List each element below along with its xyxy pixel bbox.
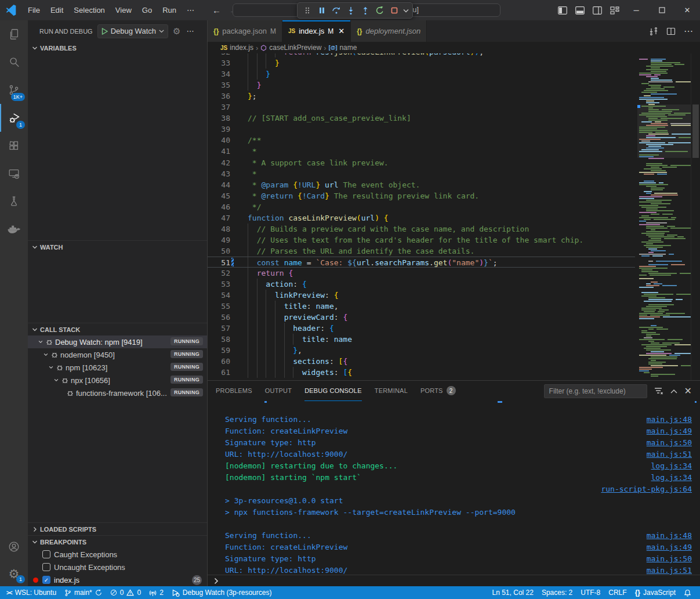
close-panel-icon[interactable]: ✕ [684, 385, 692, 396]
line-number[interactable]: 43 [208, 168, 230, 179]
line-number[interactable]: 48 [208, 223, 230, 234]
code-line-41[interactable]: 41 * [208, 146, 635, 157]
panel-tab-problems[interactable]: PROBLEMS [216, 381, 252, 401]
code-line-32[interactable]: 32 return res.json(caseLinkPreview(parse… [208, 53, 635, 57]
code-line-52[interactable]: 52 return { [208, 268, 635, 279]
debug-config-dropdown[interactable]: Debug Watch [97, 24, 168, 38]
docker-icon[interactable] [0, 215, 28, 243]
step-over-icon[interactable] [329, 3, 343, 17]
breadcrumb-item-name[interactable]: [@]name [329, 44, 357, 52]
code-line-39[interactable]: 39 [208, 124, 635, 135]
chevron-down-icon[interactable] [53, 377, 59, 383]
breakpoint-checkbox[interactable]: ✓ [42, 576, 50, 584]
debug-session-chevron-icon[interactable] [401, 3, 410, 17]
line-number[interactable]: 37 [208, 102, 230, 113]
code-line-59[interactable]: 59 }, [208, 345, 635, 356]
close-tab-icon[interactable]: ✕ [338, 27, 344, 35]
breakpoint-row[interactable]: Caught Exceptions [28, 548, 207, 561]
menu-more[interactable]: ⋯ [182, 3, 200, 17]
debug-settings-gear-icon[interactable]: ⚙ [173, 27, 180, 35]
code-line-57[interactable]: 57 header: { [208, 323, 635, 334]
panel-tab-output[interactable]: OUTPUT [265, 381, 292, 401]
maximize-panel-icon[interactable] [670, 389, 677, 394]
open-changes-icon[interactable] [649, 27, 658, 36]
panel-tab-terminal[interactable]: TERMINAL [375, 381, 408, 401]
call-stack-row[interactable]: npx [10656] RUNNING [28, 374, 207, 387]
code-line-45[interactable]: 45 * @return {!Card} The resulting previ… [208, 190, 635, 201]
line-number[interactable]: 57 [208, 323, 230, 334]
line-number[interactable]: 47 [208, 212, 230, 223]
breadcrumb-item-index.js[interactable]: JSindex.js [220, 44, 253, 52]
filter-icon[interactable] [654, 387, 663, 395]
console-source-link[interactable]: main.js:51 [647, 565, 692, 575]
toolbar-drag-handle[interactable] [300, 3, 314, 17]
code-line-47[interactable]: 47 function caseLinkPreview(url) { [208, 212, 635, 223]
line-number[interactable]: 40 [208, 135, 230, 146]
breadcrumb-item-caseLinkPreview[interactable]: caseLinkPreview [260, 44, 321, 52]
console-source-link[interactable]: main.js:51 [647, 449, 692, 460]
code-line-58[interactable]: 58 title: name [208, 334, 635, 345]
code-line-44[interactable]: 44 * @param {!URL} url The event object. [208, 179, 635, 190]
code-editor[interactable]: 32 return res.json(caseLinkPreview(parse… [208, 53, 700, 380]
menu-go[interactable]: Go [137, 3, 157, 17]
debug-console-input[interactable] [208, 575, 700, 586]
line-number[interactable]: 50 [208, 246, 230, 257]
line-number[interactable]: 34 [208, 68, 230, 80]
customize-layout-icon[interactable] [606, 0, 623, 20]
tab-package.json[interactable]: {} package.json M [208, 20, 282, 42]
toggle-sidebar-icon[interactable] [554, 0, 571, 20]
call-stack-row[interactable]: nodemon [9450] RUNNING [28, 348, 207, 361]
line-number[interactable]: 32 [208, 53, 230, 57]
notifications-bell-icon[interactable] [680, 586, 695, 599]
ports-item[interactable]: 2 [145, 586, 168, 599]
panel-tab-ports[interactable]: PORTS 2 [420, 381, 456, 401]
breakpoint-row[interactable]: ✓ index.js 25 [28, 573, 207, 586]
editor-more-actions-icon[interactable]: ⋯ [684, 26, 693, 37]
minimap[interactable] [637, 53, 691, 380]
step-into-icon[interactable] [343, 3, 358, 17]
section-watch[interactable]: WATCH [28, 240, 207, 253]
close-window-icon[interactable]: ✕ [674, 0, 700, 20]
call-stack-row[interactable]: functions-framework [106... RUNNING [28, 387, 207, 399]
split-editor-icon[interactable] [666, 27, 676, 36]
encoding-item[interactable]: UTF-8 [576, 586, 604, 599]
explorer-icon[interactable] [0, 20, 28, 48]
section-loaded-scripts[interactable]: LOADED SCRIPTS [28, 522, 207, 535]
panel-tab-debug-console[interactable]: DEBUG CONSOLE [304, 381, 362, 401]
code-line-37[interactable]: 37 [208, 102, 635, 113]
extensions-icon[interactable] [0, 132, 28, 160]
source-control-icon[interactable]: 1K+ [0, 76, 28, 104]
accounts-icon[interactable] [0, 533, 28, 561]
restart-icon[interactable] [372, 3, 387, 17]
console-source-link[interactable]: main.js:49 [647, 542, 692, 553]
run-and-debug-icon[interactable]: 1 [0, 104, 28, 132]
problems-item[interactable]: 0 0 [106, 586, 145, 599]
step-out-icon[interactable] [358, 3, 372, 17]
breakpoint-checkbox[interactable] [42, 563, 50, 571]
code-line-43[interactable]: 43 * [208, 168, 635, 179]
section-variables[interactable]: VARIABLES [28, 42, 207, 55]
chevron-down-icon[interactable] [48, 365, 54, 370]
code-line-48[interactable]: 48 // Builds a preview card with the cas… [208, 223, 635, 234]
code-line-54[interactable]: 54 linkPreview: { [208, 290, 635, 301]
remote-indicator[interactable]: >< WSL: Ubuntu [2, 586, 60, 599]
menu-selection[interactable]: Selection [68, 3, 110, 17]
console-source-link[interactable]: main.js:50 [647, 553, 692, 565]
line-number[interactable]: 36 [208, 91, 230, 102]
code-line-49[interactable]: 49 // Uses the text from the card's head… [208, 234, 635, 246]
menu-view[interactable]: View [110, 3, 137, 17]
code-line-40[interactable]: 40 /** [208, 135, 635, 146]
code-line-50[interactable]: 50 // Parses the URL and identify the ca… [208, 246, 635, 257]
code-line-34[interactable]: 34 } [208, 68, 635, 80]
line-number[interactable]: 61 [208, 367, 230, 378]
line-number[interactable]: 41 [208, 146, 230, 157]
code-line-51[interactable]: 51 const name = `Case: ${url.searchParam… [208, 257, 635, 268]
code-line-56[interactable]: 56 previewCard: { [208, 312, 635, 323]
indentation-item[interactable]: Spaces: 2 [538, 586, 576, 599]
chevron-down-icon[interactable] [38, 339, 43, 345]
menu-run[interactable]: Run [157, 3, 182, 17]
sidebar-more-actions-icon[interactable]: ⋯ [186, 27, 194, 35]
line-number[interactable]: 59 [208, 345, 230, 356]
line-number[interactable]: 51 [208, 257, 230, 267]
stop-icon[interactable] [387, 3, 401, 17]
